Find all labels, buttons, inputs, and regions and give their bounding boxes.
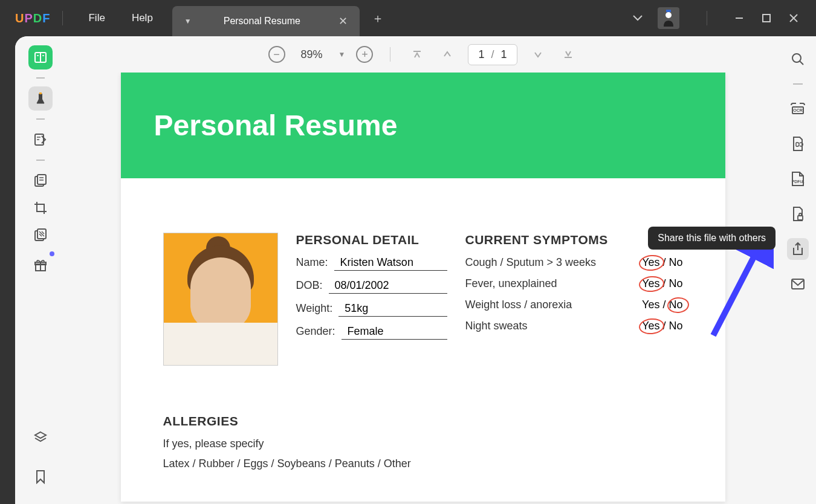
share-button[interactable] bbox=[787, 238, 809, 260]
prev-page-button[interactable] bbox=[438, 50, 457, 59]
current-page: 1 bbox=[478, 48, 484, 60]
chevron-down-icon[interactable] bbox=[633, 15, 643, 21]
circle-annotation bbox=[638, 317, 665, 335]
share-tooltip: Share this file with others bbox=[648, 227, 776, 250]
tab-title: Personal Resume bbox=[204, 16, 320, 27]
layers-tool[interactable] bbox=[28, 425, 53, 450]
minimize-button[interactable] bbox=[734, 13, 746, 23]
email-button[interactable] bbox=[787, 273, 809, 295]
search-button[interactable] bbox=[787, 48, 809, 70]
reader-tool[interactable] bbox=[28, 45, 53, 69]
tab-close-icon[interactable]: ✕ bbox=[338, 15, 348, 28]
user-avatar[interactable] bbox=[658, 7, 679, 29]
ocr-button[interactable]: OCR bbox=[787, 98, 809, 120]
document-tab[interactable]: ▼ Personal Resume ✕ bbox=[172, 6, 360, 36]
gender-value: Female bbox=[342, 325, 447, 340]
pdfa-button[interactable]: PDF/A bbox=[787, 168, 809, 190]
help-menu[interactable]: Help bbox=[118, 12, 166, 24]
circle-annotation bbox=[638, 275, 665, 293]
zoom-in-button[interactable]: + bbox=[356, 46, 373, 63]
gender-label: Gender: bbox=[296, 325, 335, 338]
left-sidebar bbox=[15, 36, 66, 504]
zoom-value: 89% bbox=[301, 48, 323, 61]
svg-rect-34 bbox=[798, 216, 803, 220]
circle-annotation bbox=[667, 296, 690, 314]
page-separator: / bbox=[491, 48, 494, 60]
document-body: PERSONAL DETAIL Name:Kristen Watson DOB:… bbox=[121, 178, 725, 502]
divider bbox=[793, 83, 803, 85]
total-pages: 1 bbox=[500, 48, 507, 60]
zoom-out-button[interactable]: − bbox=[268, 46, 285, 63]
bookmark-tool[interactable] bbox=[28, 465, 53, 489]
weight-label: Weight: bbox=[296, 302, 333, 315]
personal-detail-section: PERSONAL DETAIL Name:Kristen Watson DOB:… bbox=[296, 233, 447, 366]
notification-dot bbox=[50, 251, 54, 256]
svg-point-29 bbox=[792, 54, 801, 62]
svg-rect-10 bbox=[39, 94, 42, 99]
highlighter-tool[interactable] bbox=[28, 86, 53, 111]
convert-button[interactable] bbox=[787, 133, 809, 155]
close-button[interactable] bbox=[789, 13, 801, 23]
zoom-dropdown-icon[interactable]: ▼ bbox=[338, 50, 346, 59]
gift-tool[interactable] bbox=[28, 253, 53, 277]
divider bbox=[62, 11, 63, 25]
maximize-button[interactable] bbox=[762, 13, 774, 23]
allergies-section: ALLERGIES If yes, please specify Latex /… bbox=[163, 414, 683, 477]
symptom-row: Cough / Sputum > 3 weeksYes / No bbox=[465, 256, 683, 269]
svg-line-30 bbox=[800, 61, 803, 65]
redact-tool[interactable] bbox=[28, 223, 53, 247]
profile-photo bbox=[163, 233, 278, 366]
symptom-row: Fever, unexplainedYes / No bbox=[465, 277, 683, 290]
circle-annotation bbox=[638, 254, 665, 272]
symptom-row: Night sweatsYes / No bbox=[465, 320, 683, 332]
file-menu[interactable]: File bbox=[75, 12, 118, 24]
toolbar: − 89% ▼ + 1 / 1 bbox=[66, 36, 780, 73]
content-area: − 89% ▼ + 1 / 1 Personal Resume bbox=[66, 36, 780, 504]
tab-dropdown-icon[interactable]: ▼ bbox=[184, 17, 192, 25]
name-value: Kristen Watson bbox=[334, 256, 447, 271]
svg-rect-11 bbox=[39, 92, 42, 94]
divider bbox=[36, 160, 45, 161]
next-page-button[interactable] bbox=[528, 50, 548, 59]
svg-text:PDF/A: PDF/A bbox=[792, 179, 805, 184]
organize-tool[interactable] bbox=[28, 169, 53, 193]
new-tab-button[interactable]: ＋ bbox=[372, 10, 384, 27]
svg-point-1 bbox=[665, 12, 672, 18]
document-title: Personal Resume bbox=[154, 109, 398, 142]
main-area: − 89% ▼ + 1 / 1 Personal Resume bbox=[15, 36, 816, 504]
right-sidebar: OCR PDF/A bbox=[780, 36, 816, 504]
svg-rect-3 bbox=[763, 15, 770, 22]
allergies-options: Latex / Rubber / Eggs / Soybeans / Peanu… bbox=[163, 457, 683, 470]
protect-button[interactable] bbox=[787, 203, 809, 225]
svg-text:OCR: OCR bbox=[793, 108, 803, 112]
svg-rect-36 bbox=[792, 279, 804, 289]
symptom-row: Weight loss / anorexiaYes / No bbox=[465, 299, 683, 311]
app-logo: UPDF bbox=[15, 11, 50, 25]
allergies-heading: ALLERGIES bbox=[163, 414, 683, 428]
dob-value: 08/01/2002 bbox=[329, 279, 447, 294]
pdf-document: Personal Resume PERSONAL DETAIL Name:Kri… bbox=[121, 73, 725, 502]
name-label: Name: bbox=[296, 256, 328, 269]
divider bbox=[390, 47, 390, 62]
divider bbox=[707, 11, 707, 25]
document-viewport[interactable]: Personal Resume PERSONAL DETAIL Name:Kri… bbox=[66, 73, 780, 504]
detail-heading: PERSONAL DETAIL bbox=[296, 233, 447, 247]
first-page-button[interactable] bbox=[407, 50, 427, 59]
document-header: Personal Resume bbox=[121, 73, 725, 178]
svg-rect-0 bbox=[666, 10, 671, 12]
svg-rect-16 bbox=[37, 175, 46, 184]
divider bbox=[36, 77, 45, 79]
page-indicator[interactable]: 1 / 1 bbox=[468, 44, 517, 65]
edit-tool[interactable] bbox=[28, 128, 53, 152]
last-page-button[interactable] bbox=[559, 50, 578, 59]
allergies-specify: If yes, please specify bbox=[163, 438, 683, 450]
crop-tool[interactable] bbox=[28, 196, 53, 220]
weight-value: 51kg bbox=[338, 302, 447, 317]
symptoms-section: CURRENT SYMPTOMS Cough / Sputum > 3 week… bbox=[465, 233, 683, 366]
divider bbox=[36, 118, 45, 120]
dob-label: DOB: bbox=[296, 279, 323, 292]
title-bar: UPDF File Help ▼ Personal Resume ✕ ＋ bbox=[0, 0, 816, 36]
